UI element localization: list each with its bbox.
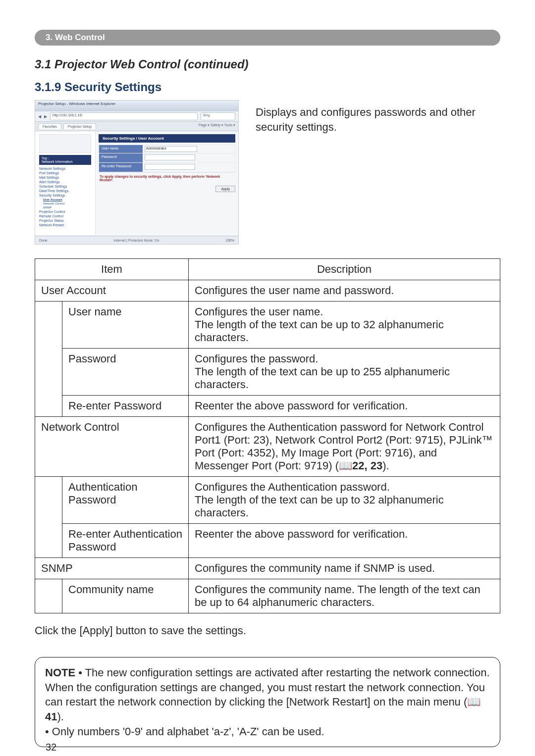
- table-row: Re-enter Authentication Password Reenter…: [35, 524, 500, 558]
- url-bar[interactable]: http://192.168.1.10/: [50, 112, 198, 120]
- apply-instruction: Click the [Apply] button to save the set…: [35, 624, 500, 637]
- label-username: User name: [99, 145, 143, 153]
- sidebar-header: Top :Network Information: [39, 155, 91, 165]
- item-cell: Authentication Password: [62, 477, 189, 524]
- table-row: User name Configures the user name.The l…: [35, 302, 500, 349]
- desc-cell: Configures the password.The length of th…: [189, 349, 500, 396]
- section-heading: 3.1 Projector Web Control (continued): [35, 57, 500, 71]
- sidebar: Top :Network Information Network Setting…: [35, 131, 96, 235]
- indent-cell: [35, 477, 62, 558]
- forward-icon[interactable]: ▶: [44, 114, 47, 119]
- table-row: Re-enter Password Reenter the above pass…: [35, 396, 500, 417]
- sidebar-item-network-restart[interactable]: Network Restart: [39, 223, 91, 227]
- table-row: SNMP Configures the community name if SN…: [35, 558, 500, 579]
- page-number: 32: [46, 742, 56, 753]
- sidebar-sub-snmp[interactable]: SNMP: [39, 205, 91, 209]
- table-row: Password Configures the password.The len…: [35, 349, 500, 396]
- back-icon[interactable]: ◀: [38, 114, 41, 119]
- logo-placeholder: [39, 134, 91, 153]
- input-reenter-password[interactable]: [145, 164, 195, 170]
- item-cell: Re-enter Password: [62, 396, 189, 417]
- sidebar-item-schedule-settings[interactable]: Schedule Settings: [39, 184, 91, 189]
- indent-cell: [35, 302, 62, 417]
- sidebar-sub-network-control[interactable]: Network Control: [39, 202, 91, 205]
- note-ref: 41: [45, 710, 57, 723]
- desc-cell: Configures the user name and password.: [189, 280, 500, 302]
- sidebar-item-projector-control[interactable]: Projector Control: [39, 209, 91, 214]
- input-password[interactable]: [145, 154, 195, 160]
- note-body1: • The new configuration settings are act…: [45, 666, 490, 708]
- sidebar-item-datetime-settings[interactable]: Date/Time Settings: [39, 189, 91, 193]
- sidebar-item-network-settings[interactable]: Network Settings: [39, 166, 91, 171]
- table-row: Community name Configures the community …: [35, 579, 500, 613]
- desc-cell: Reenter the above password for verificat…: [189, 524, 500, 558]
- toolbar-text: Page ▾ Safety ▾ Tools ▾: [199, 123, 235, 129]
- item-cell: Re-enter Authentication Password: [62, 524, 189, 558]
- apply-message: To apply changes to security settings, c…: [99, 173, 235, 184]
- item-cell: Network Control: [35, 417, 189, 477]
- subsection-heading: 3.1.9 Security Settings: [35, 80, 500, 94]
- desc-cell: Reenter the above password for verificat…: [189, 396, 500, 417]
- input-username[interactable]: Administrator: [145, 146, 197, 152]
- config-screenshot: Projector Setup - Windows Internet Explo…: [35, 100, 239, 245]
- window-title: Projector Setup - Windows Internet Explo…: [35, 101, 238, 111]
- note-box: NOTE • The new configuration settings ar…: [35, 657, 500, 747]
- item-cell: SNMP: [35, 558, 189, 579]
- item-cell: User Account: [35, 280, 189, 302]
- label-reenter-password: Re-enter Password: [99, 163, 143, 172]
- desc-cell: Configures the community name if SNMP is…: [189, 558, 500, 579]
- apply-button[interactable]: Apply: [215, 186, 235, 192]
- item-cell: Password: [62, 349, 189, 396]
- sidebar-sub-user-account[interactable]: User Account: [39, 198, 91, 202]
- sidebar-item-mail-settings[interactable]: Mail Settings: [39, 175, 91, 180]
- label-password: Password: [99, 153, 143, 162]
- indent-cell: [35, 579, 62, 613]
- sidebar-item-alert-settings[interactable]: Alert Settings: [39, 180, 91, 184]
- sidebar-item-port-settings[interactable]: Port Settings: [39, 171, 91, 175]
- note-body2: ).: [57, 710, 63, 723]
- desc-cell: Configures the user name.The length of t…: [189, 302, 500, 349]
- desc-cell: Configures the community name. The lengt…: [189, 579, 500, 613]
- status-mid: Internet | Protected Mode: On: [113, 239, 159, 242]
- status-left: Done: [39, 239, 48, 242]
- desc-cell: Configures the Authentication password f…: [189, 417, 500, 477]
- item-cell: User name: [62, 302, 189, 349]
- tab-favorites[interactable]: Favorites: [38, 123, 61, 129]
- book-icon: 📖: [467, 696, 481, 708]
- sidebar-item-remote-control[interactable]: Remote Control: [39, 214, 91, 218]
- desc-cell: Configures the Authentication password.T…: [189, 477, 500, 524]
- status-right: 100%: [225, 239, 234, 242]
- tab-projector-setup[interactable]: Projector Setup: [63, 123, 96, 129]
- sidebar-item-projector-status[interactable]: Projector Status: [39, 218, 91, 223]
- table-header-item: Item: [35, 259, 189, 280]
- item-cell: Community name: [62, 579, 189, 613]
- settings-table: Item Description User Account Configures…: [35, 258, 500, 613]
- intro-text: Displays and configures passwords and ot…: [256, 100, 500, 134]
- table-row: Network Control Configures the Authentic…: [35, 417, 500, 477]
- user-account-form: User nameAdministrator Password Re-enter…: [99, 145, 235, 173]
- table-row: Authentication Password Configures the A…: [35, 477, 500, 524]
- note-lead: NOTE: [45, 666, 75, 679]
- section-tab: 3. Web Control: [35, 30, 500, 46]
- note-body3: • Only numbers '0-9' and alphabet 'a-z',…: [45, 725, 324, 738]
- panel-title: Security Settings / User Account: [99, 134, 235, 143]
- sidebar-item-security-settings[interactable]: Security Settings: [39, 193, 91, 198]
- book-icon: 📖: [339, 459, 352, 472]
- table-header-description: Description: [189, 259, 500, 280]
- table-row: User Account Configures the user name an…: [35, 280, 500, 302]
- search-input[interactable]: Bing: [201, 112, 235, 120]
